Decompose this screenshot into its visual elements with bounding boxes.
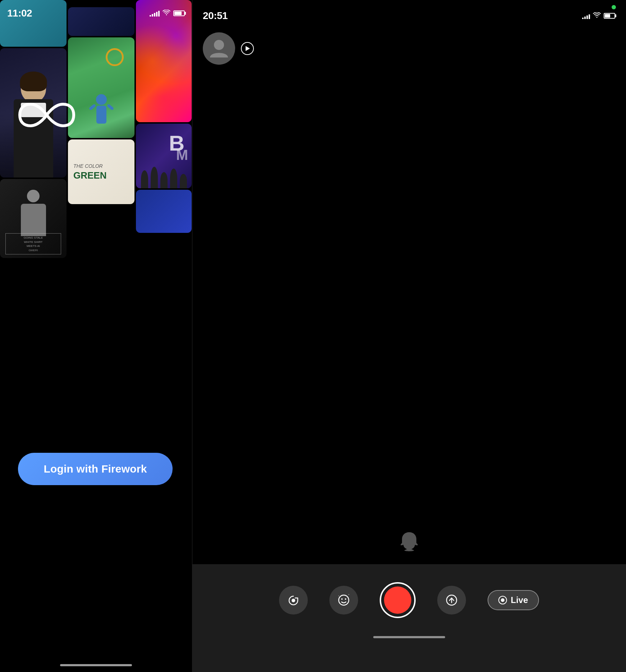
home-indicator-right: [373, 636, 445, 638]
live-button[interactable]: Live: [488, 590, 539, 610]
status-icons-left: [150, 10, 185, 17]
signal-bars-right: [582, 13, 590, 19]
green-card-content: THE COLOR GREEN: [68, 139, 134, 204]
signal-bar-r4: [589, 14, 590, 19]
profile-section: [203, 32, 254, 65]
upload-icon: [445, 593, 458, 607]
effects-button[interactable]: [329, 586, 358, 615]
signal-bar-r2: [584, 17, 586, 19]
svg-point-3: [341, 598, 343, 600]
video-grid: GOING STALEWHITE SHIRTMEETS AI GMERI: [0, 0, 192, 262]
video-card-man: GOING STALEWHITE SHIRTMEETS AI GMERI: [0, 179, 67, 258]
signal-bar-5: [158, 11, 160, 17]
toolbar-buttons: Live: [192, 564, 626, 629]
svg-point-0: [214, 40, 224, 50]
status-bar-left: 11:02: [0, 0, 192, 22]
signal-bar-1: [150, 15, 151, 17]
login-btn-container: Login with Firework: [18, 453, 174, 485]
upload-button[interactable]: [437, 586, 466, 615]
green-card-title: GREEN: [73, 170, 106, 181]
grid-overlay: [0, 582, 192, 672]
video-col-3: B M: [136, 0, 192, 262]
status-bar-right: 20:51: [192, 0, 626, 25]
live-label: Live: [511, 595, 528, 605]
left-panel: 11:02: [0, 0, 192, 672]
video-card-blue-partial: [136, 190, 192, 233]
play-triangle-icon: [246, 46, 250, 51]
green-card-subtitle: THE COLOR: [73, 163, 103, 169]
live-dot-ring-icon: [498, 596, 507, 604]
video-card-outdoor: [68, 37, 134, 138]
green-dot: [612, 5, 616, 9]
signal-bar-4: [156, 12, 157, 17]
effects-icon: [337, 593, 351, 607]
snapchat-icon: [398, 530, 420, 553]
battery-icon-left: [173, 10, 185, 16]
signal-bar-3: [154, 13, 155, 17]
home-indicator-left: [60, 664, 132, 666]
flip-camera-button[interactable]: [279, 586, 308, 615]
svg-point-4: [345, 598, 346, 600]
right-panel: 20:51: [192, 0, 626, 672]
bottom-toolbar: Live: [192, 564, 626, 672]
infinity-svg: [18, 101, 76, 129]
avatar-icon: [208, 38, 230, 59]
firework-logo: [18, 101, 76, 131]
video-card-concert: B M: [136, 124, 192, 188]
wifi-icon-left: [163, 10, 170, 17]
video-col-2: THE COLOR GREEN: [68, 7, 134, 262]
signal-bar-r3: [586, 15, 588, 19]
time-right: 20:51: [203, 10, 228, 22]
svg-point-1: [292, 599, 295, 602]
battery-icon-right: [604, 13, 615, 19]
signal-bar-r1: [582, 18, 584, 19]
login-with-firework-button[interactable]: Login with Firework: [18, 453, 173, 485]
svg-point-2: [339, 595, 349, 605]
status-icons-right: [582, 12, 615, 19]
video-card-greentext: THE COLOR GREEN: [68, 139, 134, 204]
signal-bars-left: [150, 10, 160, 17]
time-left: 11:02: [7, 8, 32, 19]
record-button[interactable]: [380, 582, 416, 618]
live-indicator: [498, 596, 507, 604]
profile-play-button[interactable]: [241, 42, 254, 55]
flip-camera-icon: [287, 593, 300, 607]
record-inner: [384, 586, 411, 614]
avatar: [203, 32, 235, 65]
signal-bar-2: [152, 14, 153, 17]
video-col-1: GOING STALEWHITE SHIRTMEETS AI GMERI: [0, 0, 67, 262]
wifi-icon-right: [593, 12, 601, 19]
